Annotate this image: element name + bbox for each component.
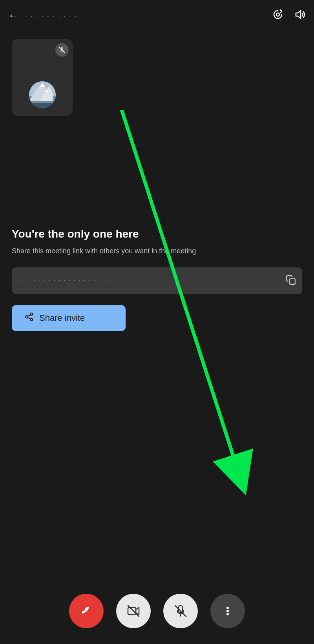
participant-tile	[12, 39, 73, 116]
share-icon	[24, 312, 34, 324]
bottom-controls	[0, 594, 314, 628]
camera-off-icon	[126, 604, 141, 618]
only-one-heading: You're the only one here	[12, 228, 302, 240]
end-call-button[interactable]	[69, 594, 104, 628]
meeting-link-text: · · · · · · · · · · · · · · · · · · ·	[18, 277, 286, 284]
mic-off-icon	[173, 604, 188, 618]
svg-line-19	[28, 315, 30, 316]
svg-rect-15	[290, 278, 295, 284]
share-invite-label: Share invite	[39, 313, 85, 323]
more-options-button[interactable]	[210, 594, 245, 628]
volume-icon[interactable]	[294, 8, 306, 24]
svg-point-28	[226, 607, 229, 609]
svg-rect-23	[128, 607, 136, 615]
share-invite-button[interactable]: Share invite	[12, 305, 126, 331]
header: ← · · · · · · · · · ·	[0, 0, 314, 31]
svg-point-30	[226, 613, 229, 615]
flip-camera-icon[interactable]	[272, 8, 284, 24]
svg-rect-13	[29, 103, 56, 108]
mute-icon	[58, 46, 66, 53]
call-title: · · · · · · · · · ·	[25, 12, 77, 20]
camera-off-button[interactable]	[116, 594, 151, 628]
svg-point-0	[276, 13, 279, 16]
copy-icon[interactable]	[286, 275, 296, 287]
more-vert-icon	[221, 604, 235, 618]
svg-point-29	[226, 610, 229, 612]
svg-line-20	[28, 318, 30, 319]
svg-marker-1	[296, 11, 301, 18]
back-button[interactable]: ←	[8, 9, 19, 22]
end-call-icon	[79, 604, 93, 618]
subtitle-text: Share this meeting link with others you …	[12, 246, 302, 256]
meeting-link-box: · · · · · · · · · · · · · · · · · · ·	[12, 267, 302, 294]
header-left: ← · · · · · · · · · ·	[8, 9, 77, 22]
header-right	[272, 8, 306, 24]
mute-button[interactable]	[163, 594, 198, 628]
main-content: You're the only one here Share this meet…	[12, 228, 302, 331]
avatar	[29, 81, 56, 108]
mute-badge	[55, 43, 69, 57]
